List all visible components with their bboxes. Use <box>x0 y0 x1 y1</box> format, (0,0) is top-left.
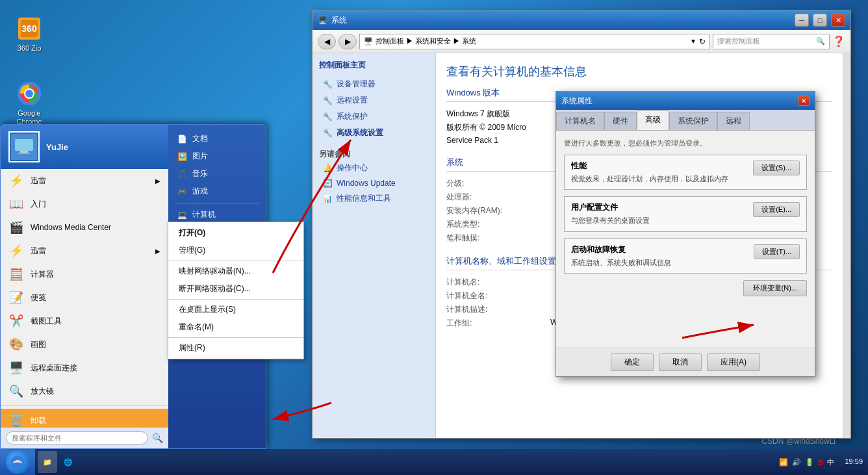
tab-remote[interactable]: 远程 <box>717 112 750 130</box>
svg-rect-11 <box>18 153 30 154</box>
sidebar-winupdate[interactable]: 🔄 Windows Update <box>319 176 429 190</box>
search-input[interactable] <box>6 431 148 444</box>
ctx-show[interactable]: 在桌面上显示(S) <box>168 301 303 318</box>
start-right-pics[interactable]: 🖼️ 图片 <box>171 148 263 165</box>
start-search-area: 🔍 <box>1 427 168 448</box>
ctx-open[interactable]: 打开(O) <box>168 224 303 242</box>
startup-settings-button[interactable]: 设置(T)... <box>754 244 800 259</box>
sidebar-sysprot[interactable]: 🔧 系统保护 <box>319 109 429 125</box>
apply-button[interactable]: 应用(A) <box>707 353 760 371</box>
userprofile-section: 设置(E)... 用户配置文件 与您登录有关的桌面设置 <box>564 196 807 231</box>
xunlei2-icon: ⚡ <box>8 243 24 259</box>
perf-settings-button[interactable]: 设置(S)... <box>753 160 800 175</box>
search-placeholder: 搜索控制面板 <box>717 36 760 46</box>
tab-compname[interactable]: 计算机名 <box>556 112 604 130</box>
pics-icon: 🖼️ <box>177 152 187 161</box>
back-button[interactable]: ◀ <box>318 34 336 49</box>
taskbar-ie[interactable]: 🌐 <box>58 451 78 473</box>
sidebar-perfinfo[interactable]: 📊 性能信息和工具 <box>319 190 429 207</box>
tab-advanced[interactable]: 高级 <box>637 110 669 130</box>
action-icon: 🔔 <box>323 164 333 173</box>
explorer-icon: 📁 <box>43 458 52 467</box>
window-titlebar: 🖥️ 系统 ─ □ ✕ <box>313 10 850 30</box>
advsys-icon: 🔧 <box>323 129 333 138</box>
address-dropdown[interactable]: ▼ <box>690 38 696 45</box>
start-item-post[interactable]: 📝 便笺 <box>1 286 168 309</box>
minimize-button[interactable]: ─ <box>795 14 809 27</box>
uninstall-icon: 🗑️ <box>8 413 24 427</box>
ok-button[interactable]: 确定 <box>611 353 654 371</box>
tab-hardware[interactable]: 硬件 <box>604 112 637 130</box>
ctx-divider3 <box>168 337 303 338</box>
wmc-icon: 🎬 <box>8 220 24 235</box>
ctx-mapdrive[interactable]: 映射网络驱动器(N)... <box>168 263 303 280</box>
start-item-uninstall[interactable]: 🗑️ 卸载 <box>1 409 168 427</box>
search-box[interactable]: 搜索控制面板 🔍 <box>713 34 830 49</box>
sidebar-devmgr[interactable]: 🔧 设备管理器 <box>319 76 429 92</box>
sidebar-action[interactable]: 🔔 操作中心 <box>319 160 429 176</box>
start-item-xunlei1[interactable]: ⚡ 迅雷 ▶ <box>1 169 168 192</box>
admin-warning: 要进行大多数更改，您必须作为管理员登录。 <box>564 138 807 148</box>
dialog-body: 要进行大多数更改，您必须作为管理员登录。 设置(S)... 性能 视觉效果，处理… <box>556 131 815 348</box>
help-button[interactable]: ❓ <box>832 35 845 47</box>
tray-network: 📶 <box>779 458 788 467</box>
start-item-calc[interactable]: 🧮 计算器 <box>1 263 168 286</box>
svg-rect-9 <box>15 139 33 151</box>
taskbar-items: 📁 🌐 <box>35 451 774 473</box>
desktop-icon-chrome[interactable]: GoogleChrome <box>6 78 52 129</box>
start-item-magnify[interactable]: 🔍 放大镜 <box>1 379 168 403</box>
start-menu-left: YuJie ⚡ 迅雷 ▶ 📖 入门 🎬 Windows Media Center <box>1 125 168 448</box>
start-orb <box>6 450 29 474</box>
ctx-divider1 <box>168 261 303 261</box>
start-item-xunlei2[interactable]: ⚡ 迅雷 ▶ <box>1 239 168 263</box>
clock-time: 19:59 <box>845 457 863 467</box>
userprofile-settings-button[interactable]: 设置(E)... <box>753 202 800 217</box>
start-item-intro[interactable]: 📖 入门 <box>1 192 168 216</box>
ctx-disconn[interactable]: 断开网络驱动器(C)... <box>168 280 303 298</box>
address-icon: 🖥️ <box>364 37 373 45</box>
cp-main-title: 查看有关计算机的基本信息 <box>446 64 832 79</box>
start-button[interactable] <box>0 449 35 475</box>
sidebar-advsys[interactable]: 🔧 高级系统设置 <box>319 125 429 141</box>
tab-sysprot[interactable]: 系统保护 <box>669 112 717 130</box>
userprofile-desc: 与您登录有关的桌面设置 <box>571 216 800 225</box>
ctx-rename[interactable]: 重命名(M) <box>168 318 303 336</box>
window-icon: 🖥️ <box>318 16 327 25</box>
start-right-music[interactable]: 🎵 音乐 <box>171 165 263 183</box>
forward-button[interactable]: ▶ <box>338 34 357 49</box>
refresh-button[interactable]: ↻ <box>699 37 706 46</box>
env-variables-button[interactable]: 环境变量(N)... <box>743 280 807 296</box>
taskbar-explorer[interactable]: 📁 <box>38 451 57 473</box>
start-item-wmc[interactable]: 🎬 Windows Media Center <box>1 216 168 239</box>
360zip-icon: 360 <box>16 16 42 42</box>
scrollbar[interactable] <box>843 53 850 438</box>
start-item-paint[interactable]: 🎨 画图 <box>1 333 168 356</box>
svg-text:360: 360 <box>21 23 37 34</box>
ctx-manage[interactable]: 管理(G) <box>168 242 303 259</box>
dialog-close-button[interactable]: ✕ <box>798 96 810 106</box>
post-icon: 📝 <box>8 290 24 305</box>
sidebar-remote[interactable]: 🔧 远程设置 <box>319 92 429 109</box>
dialog-titlebar: 系统属性 ✕ <box>556 92 815 110</box>
taskbar-tray: 📶 🔊 🔋 S 中 <box>774 457 840 467</box>
start-item-rdp[interactable]: 🖥️ 远程桌面连接 <box>1 356 168 379</box>
games-icon: 🎮 <box>177 187 187 196</box>
start-item-snip[interactable]: ✂️ 截图工具 <box>1 309 168 333</box>
close-button[interactable]: ✕ <box>831 14 845 27</box>
docs-icon: 📄 <box>177 135 187 144</box>
maximize-button[interactable]: □ <box>813 14 827 27</box>
360zip-label: 360 Zip <box>18 44 42 53</box>
devmgr-icon: 🔧 <box>323 80 333 89</box>
ctx-properties[interactable]: 属性(R) <box>168 339 303 357</box>
cp-sidebar: 控制面板主页 🔧 设备管理器 🔧 远程设置 🔧 系统保护 🔧 高级系统设置 <box>313 53 436 438</box>
desktop-icon-360zip[interactable]: 360 360 Zip <box>6 13 52 55</box>
address-bar[interactable]: 🖥️ 控制面板 ▶ 系统和安全 ▶ 系统 ▼ ↻ <box>359 34 710 49</box>
start-right-games[interactable]: 🎮 游戏 <box>171 183 263 200</box>
start-right-docs[interactable]: 📄 文档 <box>171 130 263 148</box>
start-items-list: ⚡ 迅雷 ▶ 📖 入门 🎬 Windows Media Center ⚡ 迅雷 … <box>1 169 168 427</box>
intro-icon: 📖 <box>8 196 24 212</box>
ie-icon: 🌐 <box>64 458 73 467</box>
start-right-computer[interactable]: 💻 计算机 <box>171 206 263 224</box>
system-properties-dialog: 系统属性 ✕ 计算机名 硬件 高级 系统保护 远程 要进行大多数更改，您必须作为… <box>555 91 815 377</box>
cancel-button[interactable]: 取消 <box>659 353 702 371</box>
